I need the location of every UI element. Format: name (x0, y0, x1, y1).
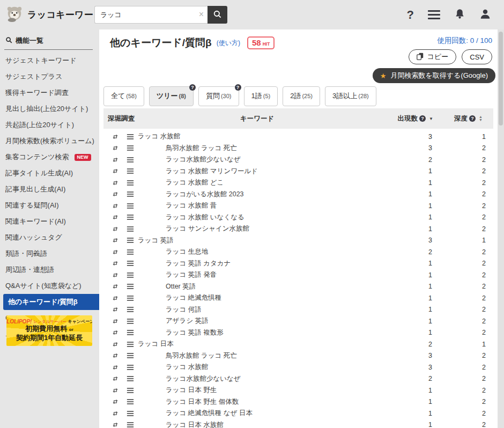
page-scrollbar[interactable] (498, 29, 504, 428)
row-menu-icon[interactable] (123, 306, 138, 313)
row-menu-icon[interactable] (123, 421, 138, 428)
lolipop-ad-banner[interactable]: 💧 LOLIPOP! レンタルサーバー キャンペーン中! 初期費用無料 or 契… (6, 315, 92, 346)
account-icon[interactable] (479, 8, 491, 22)
tab-質問[interactable]: 質問(30)? (198, 86, 239, 106)
sidebar-item[interactable]: 共起語(上位20サイト) (0, 117, 99, 133)
row-menu-icon[interactable] (123, 283, 138, 290)
deep-dive-search-icon[interactable] (108, 421, 123, 428)
ad-offer-line1: 初期費用無料 or (25, 324, 73, 334)
column-depth-sort[interactable]: 深度 ? ▲▼ (435, 114, 493, 123)
sidebar-item[interactable]: 記事見出し生成(AI) (0, 181, 99, 197)
menu-icon[interactable] (428, 10, 440, 19)
csv-button[interactable]: CSV (462, 49, 492, 64)
count-help-icon[interactable]: ? (419, 115, 426, 122)
search-input[interactable] (94, 6, 207, 24)
row-menu-icon[interactable] (123, 225, 138, 233)
tab-help-icon[interactable]: ? (235, 84, 241, 91)
deep-dive-search-icon[interactable] (108, 364, 123, 371)
deep-dive-search-icon[interactable] (108, 294, 123, 302)
sidebar-item[interactable]: 他のキーワード/質問β (3, 294, 99, 310)
row-menu-icon[interactable] (123, 156, 138, 164)
sidebar-item[interactable]: 関連する疑問(AI) (0, 197, 99, 213)
row-menu-icon[interactable] (123, 179, 138, 187)
row-menu-icon[interactable] (123, 213, 138, 221)
sidebar-item[interactable]: 見出し抽出(上位20サイト) (0, 101, 99, 117)
sidebar-item[interactable]: 集客コンテンツ検索NEW (0, 149, 99, 165)
deep-dive-search-icon[interactable] (108, 179, 123, 187)
deep-dive-search-icon[interactable] (108, 190, 123, 198)
deep-dive-search-icon[interactable] (108, 144, 123, 152)
column-count-sort[interactable]: 出現数 ? ▼ (376, 114, 435, 123)
deep-dive-search-icon[interactable] (108, 167, 123, 175)
tab-3語以上[interactable]: 3語以上(28) (325, 86, 376, 106)
deep-dive-search-icon[interactable] (108, 248, 123, 256)
row-menu-icon[interactable] (123, 202, 138, 210)
deep-dive-search-icon[interactable] (108, 260, 123, 267)
deep-dive-search-icon[interactable] (108, 225, 123, 233)
row-menu-icon[interactable] (123, 352, 138, 359)
tab-全て[interactable]: 全て(58) (103, 86, 144, 106)
deep-dive-search-icon[interactable] (108, 156, 123, 164)
tab-ツリー[interactable]: ツリー(8)? (149, 86, 194, 106)
keyword-text: ラッコ水族館少ないなぜ (138, 155, 376, 164)
row-menu-icon[interactable] (123, 364, 138, 371)
tab-2語[interactable]: 2語(25) (283, 86, 320, 106)
row-menu-icon[interactable] (123, 398, 138, 405)
sidebar-item-label: 類語・同義語 (5, 249, 47, 259)
deep-dive-search-icon[interactable] (108, 341, 123, 348)
row-menu-icon[interactable] (123, 387, 138, 394)
row-menu-icon[interactable] (123, 133, 138, 141)
row-menu-icon[interactable] (123, 190, 138, 198)
sidebar-item[interactable]: 獲得キーワード調査 (0, 85, 99, 101)
search-button[interactable] (207, 6, 227, 24)
row-menu-icon[interactable] (123, 271, 138, 279)
sidebar-item[interactable]: 類語・同義語 (0, 246, 99, 262)
row-menu-icon[interactable] (123, 248, 138, 256)
deep-dive-search-icon[interactable] (108, 375, 123, 382)
clear-search-icon[interactable]: × (199, 9, 204, 20)
howto-link[interactable]: (使い方) (217, 39, 240, 48)
row-menu-icon[interactable] (123, 260, 138, 267)
deep-dive-search-icon[interactable] (108, 237, 123, 244)
deep-dive-search-icon[interactable] (108, 329, 123, 336)
row-menu-icon[interactable] (123, 144, 138, 152)
sidebar-item[interactable]: Q&Aサイト(知恵袋など) (0, 278, 99, 294)
tab-1語[interactable]: 1語(5) (244, 86, 278, 106)
deep-dive-search-icon[interactable] (108, 318, 123, 325)
deep-dive-search-icon[interactable] (108, 133, 123, 141)
row-menu-icon[interactable] (123, 167, 138, 175)
help-icon[interactable]: ? (407, 8, 414, 22)
notifications-bell-icon[interactable] (454, 8, 465, 22)
tab-help-icon[interactable]: ? (189, 84, 196, 91)
row-menu-icon[interactable] (123, 375, 138, 382)
row-menu-icon[interactable] (123, 329, 138, 336)
row-menu-icon[interactable] (123, 341, 138, 348)
deep-dive-search-icon[interactable] (108, 271, 123, 279)
depth-help-icon[interactable]: ? (469, 115, 476, 122)
sidebar-item[interactable]: 関連キーワード(AI) (0, 213, 99, 230)
row-menu-icon[interactable] (123, 237, 138, 244)
sidebar-item[interactable]: 記事タイトル生成(AI) (0, 165, 99, 181)
page-title: 他のキーワード/質問β (110, 36, 212, 50)
sidebar-item[interactable]: 周辺語・連想語 (0, 262, 99, 278)
sidebar-item[interactable]: サジェストプラス (0, 69, 99, 85)
deep-dive-search-icon[interactable] (108, 410, 123, 417)
deep-dive-search-icon[interactable] (108, 387, 123, 394)
scrollbar-thumb[interactable] (499, 32, 503, 126)
main-content: 他のキーワード/質問β (使い方) 58 HIT 使用回数: 0 / 100 コ… (99, 29, 498, 428)
row-menu-icon[interactable] (123, 294, 138, 302)
sidebar-item[interactable]: サジェストキーワード (0, 53, 99, 69)
row-menu-icon[interactable] (123, 318, 138, 325)
sidebar-item[interactable]: 関連ハッシュタグ (0, 230, 99, 246)
sidebar-item[interactable]: 月間検索数(検索ボリューム) (0, 133, 99, 149)
app-logo[interactable]: ラッコキーワード (0, 5, 94, 25)
deep-dive-search-icon[interactable] (108, 398, 123, 405)
deep-dive-search-icon[interactable] (108, 283, 123, 290)
deep-dive-search-icon[interactable] (108, 352, 123, 359)
deep-dive-search-icon[interactable] (108, 306, 123, 313)
deep-dive-search-icon[interactable] (108, 213, 123, 221)
deep-dive-search-icon[interactable] (108, 202, 123, 210)
get-monthly-search-volume-button[interactable]: ★ 月間検索数を取得する(Google) (373, 68, 495, 83)
row-menu-icon[interactable] (123, 410, 138, 417)
copy-button[interactable]: コピー (409, 49, 457, 64)
